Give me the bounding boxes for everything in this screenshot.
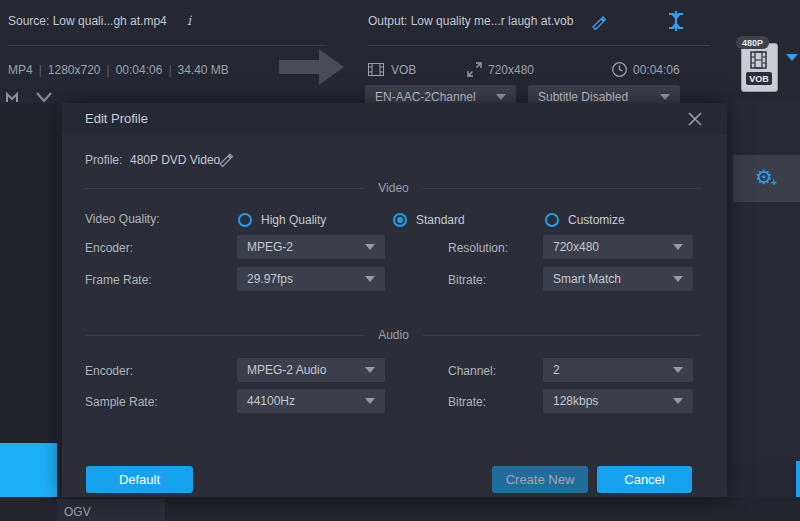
film-strip-icon — [750, 51, 767, 69]
rename-output-icon[interactable] — [591, 14, 607, 30]
radio-icon[interactable] — [238, 213, 252, 227]
radio-standard[interactable]: Standard — [393, 210, 465, 228]
audio-bitrate-label: Bitrate: — [448, 395, 486, 409]
clock-icon — [612, 62, 627, 77]
radio-icon[interactable] — [545, 213, 559, 227]
output-duration: 00:04:06 — [633, 63, 680, 77]
profile-name: 480P DVD Video — [130, 153, 220, 167]
caret-down-icon — [365, 367, 375, 373]
channel-label: Channel: — [448, 364, 496, 378]
channel-select[interactable]: 2 — [543, 358, 693, 382]
sample-rate-label: Sample Rate: — [85, 395, 158, 409]
source-duration: 00:04:06 — [116, 63, 163, 77]
default-button[interactable]: Default — [86, 466, 193, 493]
frame-rate-label: Frame Rate: — [85, 273, 152, 287]
profile-format-badge: VOB — [746, 72, 772, 85]
cancel-button[interactable]: Cancel — [597, 466, 692, 493]
radio-label: Standard — [416, 213, 465, 227]
edit-profile-dialog: Edit Profile Profile: 480P DVD Video Vid… — [62, 103, 727, 497]
video-bitrate-select[interactable]: Smart Match — [543, 267, 693, 291]
caret-down-icon — [673, 244, 683, 250]
caret-down-icon — [673, 276, 683, 282]
sample-rate-value: 44100Hz — [247, 394, 295, 408]
audio-section-title: Audio — [364, 328, 423, 342]
audio-encoder-value: MPEG-2 Audio — [247, 363, 326, 377]
video-section-title: Video — [364, 181, 422, 195]
resolution-label: Resolution: — [448, 241, 508, 255]
output-format: VOB — [391, 63, 416, 77]
caret-down-icon — [365, 244, 375, 250]
format-list-panel — [0, 103, 57, 443]
create-new-button[interactable]: Create New — [492, 466, 588, 493]
video-section-header: Video — [85, 181, 702, 195]
rename-profile-icon[interactable] — [218, 151, 234, 167]
output-filename: Output: Low quality me...r laugh at.vob — [368, 14, 573, 28]
trim-icon[interactable] — [6, 90, 28, 103]
source-format: MP4 — [8, 63, 33, 77]
audio-track-value: EN-AAC-2Channel — [375, 90, 476, 104]
resolution-icon — [467, 62, 482, 77]
app-window: Source: Low quali...gh at.mp4 i MP41280x… — [0, 0, 800, 521]
frame-rate-select[interactable]: 29.97fps — [237, 267, 385, 291]
close-icon[interactable] — [687, 111, 703, 127]
format-list-item[interactable]: OGV — [57, 499, 165, 521]
audio-encoder-label: Encoder: — [85, 364, 133, 378]
audio-section-header: Audio — [85, 328, 702, 342]
video-encoder-value: MPEG-2 — [247, 240, 293, 254]
caret-down-icon — [365, 398, 375, 404]
video-bitrate-label: Bitrate: — [448, 273, 486, 287]
source-size: 34.40 MB — [178, 63, 229, 77]
convert-arrow-icon — [279, 48, 345, 86]
radio-high-quality[interactable]: High Quality — [238, 210, 326, 228]
source-info-icon[interactable]: i — [187, 13, 191, 28]
profile-quality-badge: 480P — [736, 36, 769, 49]
source-meta: MP41280x72000:04:0634.40 MB — [8, 63, 229, 77]
caret-down-icon — [365, 276, 375, 282]
caret-down-icon — [660, 94, 670, 100]
source-divider — [8, 45, 325, 46]
radio-icon[interactable] — [393, 213, 407, 227]
radio-customize[interactable]: Customize — [545, 210, 625, 228]
caret-down-icon — [673, 398, 683, 404]
gear-plus-icon: + — [771, 177, 777, 188]
merge-icon[interactable] — [667, 11, 685, 31]
source-resolution: 1280x720 — [48, 63, 101, 77]
audio-bitrate-select[interactable]: 128kbps — [543, 389, 693, 413]
channel-value: 2 — [553, 363, 560, 377]
video-encoder-label: Encoder: — [85, 241, 133, 255]
source-filename: Source: Low quali...gh at.mp4 — [8, 14, 167, 28]
format-list-item-label: OGV — [64, 505, 91, 519]
audio-bitrate-value: 128kbps — [553, 394, 598, 408]
output-divider — [368, 45, 710, 46]
video-quality-label: Video Quality: — [85, 212, 160, 226]
dialog-title: Edit Profile — [85, 111, 148, 126]
video-encoder-select[interactable]: MPEG-2 — [237, 235, 385, 259]
resolution-value: 720x480 — [553, 240, 599, 254]
sample-rate-select[interactable]: 44100Hz — [237, 389, 385, 413]
resolution-select[interactable]: 720x480 — [543, 235, 693, 259]
subtitle-value: Subtitle Disabled — [538, 90, 628, 104]
film-icon — [368, 63, 384, 76]
chevron-down-icon[interactable] — [36, 92, 52, 103]
radio-label: High Quality — [261, 213, 326, 227]
right-panel-active-row[interactable]: ⚙ + — [733, 155, 800, 202]
frame-rate-value: 29.97fps — [247, 272, 293, 286]
caret-down-icon — [673, 367, 683, 373]
audio-encoder-select[interactable]: MPEG-2 Audio — [237, 358, 385, 382]
output-resolution: 720x480 — [488, 63, 534, 77]
caret-down-icon — [496, 94, 506, 100]
dialog-header: Edit Profile — [62, 103, 727, 134]
radio-label: Customize — [568, 213, 625, 227]
video-bitrate-value: Smart Match — [553, 272, 621, 286]
profile-dropdown-caret-icon[interactable] — [786, 54, 798, 61]
format-list-selected-item[interactable] — [0, 443, 57, 497]
profile-label: Profile: — [85, 153, 122, 167]
